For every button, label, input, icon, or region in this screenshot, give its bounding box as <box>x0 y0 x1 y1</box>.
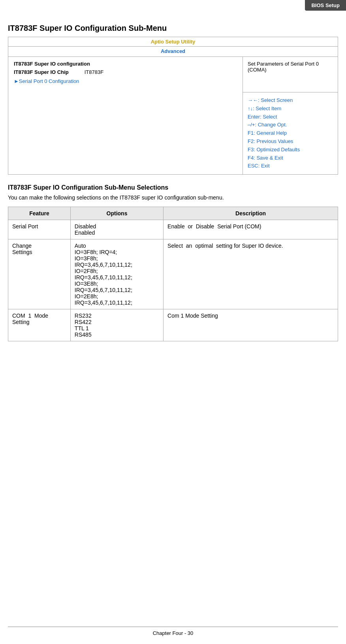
help-line-4: –/+: Change Opt. <box>248 121 333 129</box>
help-line-7: F3: Optimized Defaults <box>248 146 333 154</box>
bios-ui-right-top: Set Parameters of Serial Port 0 (COMA) <box>243 57 338 92</box>
submenu-title: IT8783F Super IO Configuration Sub-Menu <box>8 24 338 33</box>
desc-serial-port: Enable or Disable Serial Port (COM) <box>164 220 338 239</box>
table-row: Serial Port DisabledEnabled Enable or Di… <box>8 220 338 239</box>
desc-change-settings: Select an optimal setting for Super IO d… <box>164 239 338 309</box>
chip-key: IT8783F Super IO Chip <box>14 69 69 75</box>
feature-com-mode: COM 1 ModeSetting <box>8 309 71 341</box>
options-change-settings: Auto IO=3F8h; IRQ=4; IO=3F8h; IRQ=3,45,6… <box>70 239 163 309</box>
table-row: ChangeSettings Auto IO=3F8h; IRQ=4; IO=3… <box>8 239 338 309</box>
col-header-feature: Feature <box>8 207 71 220</box>
selections-title: IT8783F Super IO Configuration Sub-Menu … <box>8 184 338 191</box>
bios-ui-right: Set Parameters of Serial Port 0 (COMA) →… <box>243 57 338 174</box>
feature-change-settings: ChangeSettings <box>8 239 71 309</box>
chip-row: IT8783F Super IO Chip IT8783F <box>14 69 237 75</box>
col-header-options: Options <box>70 207 163 220</box>
bios-ui-left: IT8783F Super IO configuration IT8783F S… <box>8 57 243 174</box>
help-line-8: F4: Save & Exit <box>248 154 333 162</box>
selections-table: Feature Options Description Serial Port … <box>8 207 338 341</box>
feature-serial-port: Serial Port <box>8 220 71 239</box>
bios-ui-box: Aptio Setup Utility Advanced IT8783F Sup… <box>8 37 338 175</box>
desc-com-mode: Com 1 Mode Setting <box>164 309 338 341</box>
bios-ui-body: IT8783F Super IO configuration IT8783F S… <box>8 57 338 174</box>
page-footer: Chapter Four - 30 <box>8 627 338 636</box>
help-line-3: Enter: Select <box>248 113 333 121</box>
selections-desc: You can make the following selections on… <box>8 194 338 202</box>
help-line-5: F1: General Help <box>248 129 333 137</box>
bios-ui-right-bottom: →←: Select Screen ↑↓: Select Item Enter:… <box>243 92 338 174</box>
options-serial-port: DisabledEnabled <box>70 220 163 239</box>
bios-ui-header: Aptio Setup Utility <box>8 37 338 47</box>
options-com-mode: RS232 RS422 TTL 1 RS485 <box>70 309 163 341</box>
help-line-2: ↑↓: Select Item <box>248 105 333 113</box>
help-line-1: →←: Select Screen <box>248 96 333 105</box>
col-header-description: Description <box>164 207 338 220</box>
chip-value: IT8783F <box>85 69 103 75</box>
bios-ui-nav[interactable]: Advanced <box>8 47 338 57</box>
help-line-9: ESC: Exit <box>248 162 333 170</box>
footer-label: Chapter Four - 30 <box>153 630 194 636</box>
table-row: COM 1 ModeSetting RS232 RS422 TTL 1 RS48… <box>8 309 338 341</box>
config-label: IT8783F Super IO configuration <box>14 61 237 67</box>
bios-badge: BIOS Setup <box>305 0 346 11</box>
help-line-6: F2: Previous Values <box>248 137 333 146</box>
serial-port-link[interactable]: ►Serial Port 0 Configuration <box>14 78 237 84</box>
